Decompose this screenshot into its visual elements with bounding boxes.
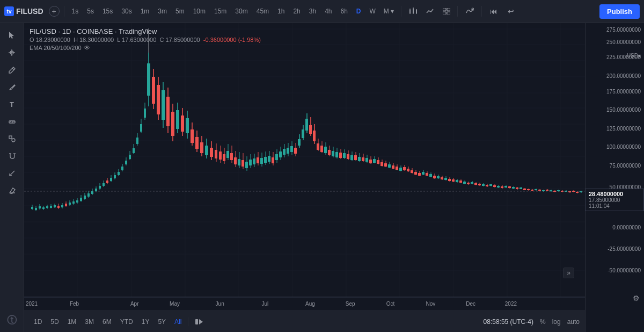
- pencil-tool[interactable]: [3, 62, 21, 78]
- crosshair-tool[interactable]: [3, 45, 21, 61]
- tf-4h[interactable]: 4h: [321, 6, 335, 17]
- svg-rect-160: [238, 159, 240, 165]
- tf-1h[interactable]: 1h: [274, 6, 288, 17]
- svg-rect-312: [523, 189, 526, 190]
- svg-rect-238: [384, 163, 387, 167]
- measure-tool[interactable]: [3, 165, 21, 181]
- ema-eye-icon[interactable]: 👁: [84, 44, 90, 52]
- tf-5m[interactable]: 5m: [172, 6, 188, 17]
- x-label-feb: Feb: [70, 301, 79, 307]
- svg-rect-240: [388, 164, 391, 168]
- tf-1s[interactable]: 1s: [69, 6, 82, 17]
- chart-type-dropdown[interactable]: [440, 6, 453, 16]
- svg-rect-268: [441, 177, 443, 179]
- add-symbol-button[interactable]: +: [49, 6, 60, 17]
- chart-title: FIL/USD · 1D · COINBASE · TradingView: [30, 27, 261, 35]
- svg-rect-342: [580, 191, 582, 192]
- tf-3h[interactable]: 3h: [306, 6, 319, 17]
- line-chart-icon[interactable]: [423, 4, 438, 19]
- x-label-2021: 2021: [26, 301, 38, 307]
- period-1m[interactable]: 1M: [63, 316, 81, 328]
- svg-rect-316: [531, 190, 533, 191]
- svg-rect-345: [195, 319, 198, 324]
- svg-rect-202: [317, 143, 319, 150]
- replay-back-icon[interactable]: ⏮: [486, 4, 501, 19]
- svg-rect-294: [489, 184, 492, 186]
- period-5y[interactable]: 5Y: [153, 316, 170, 328]
- tf-2h[interactable]: 2h: [290, 6, 303, 17]
- tf-3m[interactable]: 3m: [155, 6, 170, 17]
- tf-10m[interactable]: 10m: [190, 6, 209, 17]
- mode-log[interactable]: log: [552, 318, 561, 326]
- indicators-icon[interactable]: [462, 4, 477, 19]
- tf-W[interactable]: W: [367, 6, 379, 17]
- tf-1m[interactable]: 1m: [137, 6, 153, 17]
- tf-15s[interactable]: 15s: [99, 6, 116, 17]
- magnet-tool[interactable]: [3, 148, 21, 164]
- replay-button[interactable]: [193, 315, 206, 328]
- tf-30s[interactable]: 30s: [118, 6, 135, 17]
- svg-rect-214: [339, 153, 342, 158]
- expand-icon[interactable]: »: [563, 268, 574, 278]
- eraser-tool[interactable]: [3, 182, 21, 198]
- bar-chart-icon[interactable]: [406, 4, 421, 19]
- text-tool[interactable]: T: [3, 96, 21, 112]
- shapes-tool[interactable]: [3, 131, 21, 147]
- svg-rect-276: [456, 180, 458, 182]
- tf-15m[interactable]: 15m: [211, 6, 230, 17]
- period-6m[interactable]: 6M: [98, 316, 116, 328]
- tf-30m[interactable]: 30m: [232, 6, 251, 17]
- svg-rect-244: [396, 167, 398, 170]
- period-ytd[interactable]: YTD: [116, 316, 137, 328]
- svg-rect-101: [114, 175, 116, 178]
- svg-rect-300: [501, 186, 503, 188]
- svg-rect-12: [447, 12, 450, 15]
- bottom-bar: 1D 5D 1M 3M 6M YTD 1Y 5Y All 08:58:55 (U…: [24, 311, 585, 332]
- publish-button[interactable]: Publish: [599, 4, 640, 19]
- svg-rect-109: [129, 155, 131, 159]
- svg-rect-340: [576, 192, 579, 193]
- period-1y[interactable]: 1Y: [137, 316, 154, 328]
- x-label-oct: Oct: [386, 301, 395, 307]
- period-all[interactable]: All: [170, 316, 186, 328]
- svg-rect-99: [110, 178, 112, 181]
- svg-rect-260: [426, 173, 428, 176]
- tf-45m[interactable]: 45m: [253, 6, 272, 17]
- svg-rect-182: [279, 151, 282, 157]
- price-100: 100.00000000: [606, 144, 641, 150]
- price-125: 125.00000000: [606, 125, 641, 131]
- cursor-tool[interactable]: [3, 27, 21, 44]
- tf-D[interactable]: D: [353, 6, 364, 17]
- ruler-tool[interactable]: [3, 113, 21, 129]
- period-1d[interactable]: 1D: [30, 316, 46, 328]
- tf-6h[interactable]: 6h: [337, 6, 350, 17]
- price-axis-settings[interactable]: ⚙: [633, 294, 640, 302]
- svg-rect-308: [516, 187, 518, 189]
- svg-rect-166: [249, 160, 252, 165]
- svg-rect-135: [186, 118, 189, 133]
- svg-rect-164: [245, 162, 248, 168]
- period-5d[interactable]: 5D: [46, 316, 63, 328]
- price-chart[interactable]: [24, 23, 585, 332]
- svg-rect-170: [257, 157, 259, 163]
- svg-rect-200: [313, 131, 316, 141]
- svg-rect-71: [57, 206, 60, 208]
- x-axis: 2021 Feb Apr May Jun Jul Aug Sep Oct Nov…: [24, 297, 526, 311]
- svg-rect-262: [429, 174, 432, 177]
- svg-rect-129: [171, 112, 174, 136]
- svg-rect-208: [328, 150, 331, 155]
- symbol-badge[interactable]: tv FILUSD: [4, 6, 43, 16]
- svg-rect-111: [133, 148, 135, 153]
- tf-M-dropdown[interactable]: M ▾: [381, 6, 397, 17]
- svg-rect-0: [409, 10, 411, 13]
- svg-rect-75: [65, 204, 67, 206]
- brush-tool[interactable]: [3, 79, 21, 95]
- undo-icon[interactable]: ↩: [503, 4, 518, 19]
- svg-rect-87: [87, 193, 90, 197]
- mode-pct[interactable]: %: [540, 318, 546, 326]
- period-3m[interactable]: 3M: [80, 316, 98, 328]
- mode-auto[interactable]: auto: [567, 318, 580, 326]
- tv-logo: tv: [4, 6, 14, 16]
- chart-container[interactable]: FIL/USD · 1D · COINBASE · TradingView O …: [24, 23, 585, 332]
- tf-5s[interactable]: 5s: [84, 6, 97, 17]
